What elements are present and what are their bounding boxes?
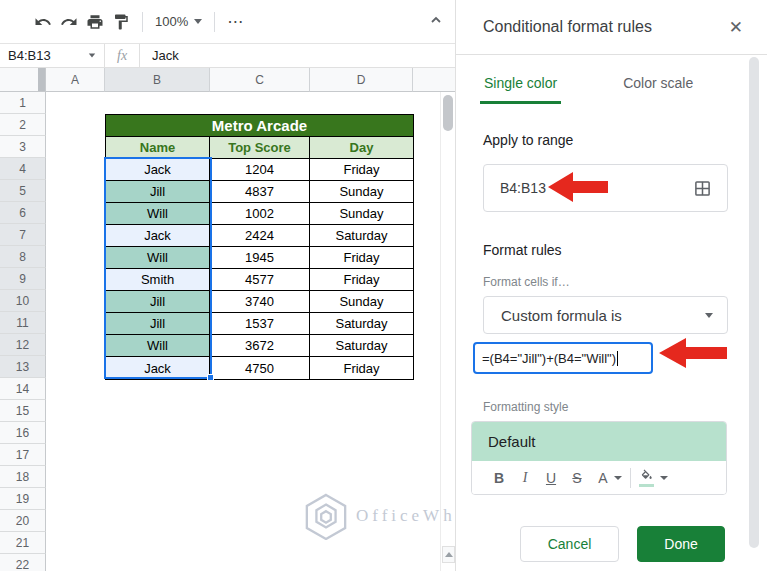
cell-day[interactable]: Saturday (310, 313, 413, 334)
tab-single-color[interactable]: Single color (480, 55, 561, 104)
row-header-13[interactable]: 13 (0, 356, 46, 378)
cell-day[interactable]: Sunday (310, 203, 413, 224)
cell-name[interactable]: Will (106, 203, 210, 224)
cell-day[interactable]: Friday (310, 269, 413, 290)
column-header-C[interactable]: C (210, 68, 310, 92)
underline-button[interactable]: U (538, 466, 564, 490)
text-color-button[interactable]: A (590, 466, 616, 490)
italic-button[interactable]: I (512, 466, 538, 490)
custom-formula-input[interactable]: =(B4="Jill")+(B4="Will") (473, 342, 653, 374)
cell-day[interactable]: Friday (310, 357, 413, 379)
cell-score[interactable]: 1002 (210, 203, 310, 224)
cell-score[interactable]: 1204 (210, 159, 310, 180)
cell-name[interactable]: Jack (106, 357, 210, 379)
chevron-down-icon[interactable] (660, 476, 668, 480)
table-column-header[interactable]: Top Score (210, 137, 310, 158)
cell-name[interactable]: Jill (106, 291, 210, 312)
cell-day[interactable]: Sunday (310, 291, 413, 312)
print-icon[interactable] (82, 9, 108, 35)
cell-score[interactable]: 1537 (210, 313, 310, 334)
row-header-5[interactable]: 5 (0, 180, 46, 202)
cell-name[interactable]: Jill (106, 181, 210, 202)
cell-score[interactable]: 3740 (210, 291, 310, 312)
zoom-control[interactable]: 100% (151, 14, 206, 29)
cancel-button[interactable]: Cancel (520, 526, 619, 562)
row-header-15[interactable]: 15 (0, 400, 46, 422)
format-cells-if-label: Format cells if… (483, 275, 767, 289)
cell-score[interactable]: 2424 (210, 225, 310, 246)
more-options-icon[interactable]: ⋯ (223, 12, 248, 31)
row-header-4[interactable]: 4 (0, 158, 46, 180)
formula-input[interactable]: Jack (140, 48, 179, 63)
cell-name[interactable]: Jack (106, 225, 210, 246)
table-column-header[interactable]: Name (106, 137, 210, 158)
cell-score[interactable]: 4577 (210, 269, 310, 290)
cell-name[interactable]: Jack (106, 159, 210, 180)
undo-icon[interactable] (30, 9, 56, 35)
condition-dropdown[interactable]: Custom formula is (483, 296, 728, 334)
bold-button[interactable]: B (486, 466, 512, 490)
row-header-7[interactable]: 7 (0, 224, 46, 246)
row-header-3[interactable]: 3 (0, 136, 46, 158)
column-header-D[interactable]: D (310, 68, 413, 92)
scroll-up-button[interactable] (442, 546, 455, 563)
column-header-A[interactable]: A (46, 68, 105, 92)
table-row: Jack2424Saturday (106, 225, 413, 247)
panel-header: Conditional format rules ✕ (456, 0, 767, 55)
row-header-14[interactable]: 14 (0, 378, 46, 400)
redo-icon[interactable] (56, 9, 82, 35)
table-column-header[interactable]: Day (310, 137, 413, 158)
sheet-scrollbar[interactable] (440, 92, 454, 571)
cell-name[interactable]: Will (106, 247, 210, 268)
column-header-B[interactable]: B (105, 68, 210, 92)
row-header-20[interactable]: 20 (0, 510, 46, 532)
cell-score[interactable]: 4837 (210, 181, 310, 202)
table-title[interactable]: Metro Arcade (106, 115, 413, 137)
fill-color-button[interactable] (639, 469, 654, 487)
row-header-10[interactable]: 10 (0, 290, 46, 312)
strikethrough-button[interactable]: S (564, 466, 590, 490)
chevron-down-icon[interactable] (614, 476, 622, 480)
cell-day[interactable]: Friday (310, 159, 413, 180)
select-range-icon[interactable] (694, 180, 711, 197)
chevron-down-icon (194, 19, 202, 24)
row-header-19[interactable]: 19 (0, 488, 46, 510)
cell-day[interactable]: Saturday (310, 225, 413, 246)
row-header-21[interactable]: 21 (0, 532, 46, 554)
column-header-partial (413, 68, 455, 92)
cell-name[interactable]: Smith (106, 269, 210, 290)
row-header-12[interactable]: 12 (0, 334, 46, 356)
row-header-18[interactable]: 18 (0, 466, 46, 488)
row-header-11[interactable]: 11 (0, 312, 46, 334)
cell-day[interactable]: Sunday (310, 181, 413, 202)
range-input[interactable]: B4:B13 (483, 164, 728, 212)
hide-menus-icon[interactable] (428, 12, 444, 32)
cell-score[interactable]: 1945 (210, 247, 310, 268)
row-header-17[interactable]: 17 (0, 444, 46, 466)
name-box[interactable]: B4:B13 (0, 44, 104, 67)
scrollbar-thumb[interactable] (443, 95, 453, 131)
cell-day[interactable]: Friday (310, 247, 413, 268)
row-header-6[interactable]: 6 (0, 202, 46, 224)
paint-format-icon[interactable] (108, 9, 134, 35)
done-button[interactable]: Done (637, 526, 725, 562)
cell-day[interactable]: Saturday (310, 335, 413, 356)
cell-score[interactable]: 4750 (210, 357, 310, 379)
panel-tabs: Single color Color scale (456, 55, 767, 104)
row-header-22[interactable]: 22 (0, 554, 46, 571)
tab-color-scale[interactable]: Color scale (619, 55, 697, 104)
row-header-16[interactable]: 16 (0, 422, 46, 444)
row-headers: 12345678910111213141516171819202122 (0, 92, 46, 571)
fill-handle[interactable] (207, 374, 214, 381)
cell-name[interactable]: Jill (106, 313, 210, 334)
cell-score[interactable]: 3672 (210, 335, 310, 356)
row-header-9[interactable]: 9 (0, 268, 46, 290)
row-header-2[interactable]: 2 (0, 114, 46, 136)
close-icon[interactable]: ✕ (725, 15, 747, 40)
cell-name[interactable]: Will (106, 335, 210, 356)
row-header-1[interactable]: 1 (0, 92, 46, 114)
select-all-corner[interactable] (0, 68, 46, 92)
row-header-8[interactable]: 8 (0, 246, 46, 268)
panel-scrollbar[interactable] (749, 57, 759, 548)
formatting-style-box: Default B I U S A (471, 421, 727, 495)
